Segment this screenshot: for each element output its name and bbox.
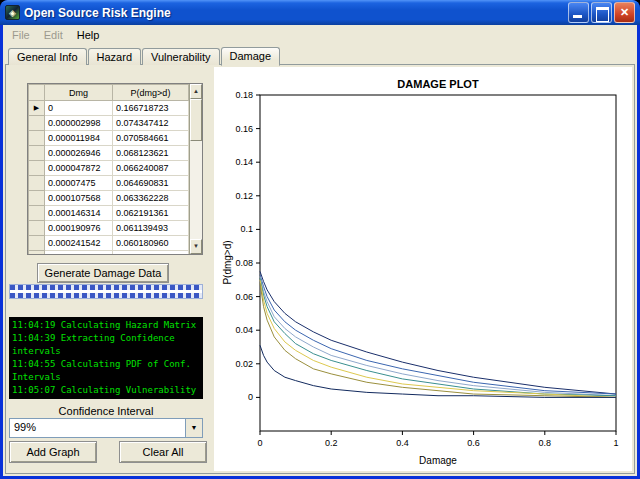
table-cell[interactable]: 0.000026946 <box>45 146 113 161</box>
svg-text:0.04: 0.04 <box>235 325 253 335</box>
table-row[interactable]: ▶00.166718723 <box>29 101 189 116</box>
table-cell[interactable]: 0.070584661 <box>113 131 189 146</box>
window-title: Open Source Risk Engine <box>24 6 566 20</box>
table-row[interactable]: 0.0000269460.068123621 <box>29 146 189 161</box>
row-selector-cell[interactable] <box>29 176 45 191</box>
svg-text:0.8: 0.8 <box>539 438 552 448</box>
app-icon: ◈ <box>5 5 20 20</box>
log-line: 11:04:55 Calculating PDF of Conf. Interv… <box>12 358 200 384</box>
grid-corner-cell <box>29 85 45 101</box>
table-row[interactable]: 0.0000029980.074347412 <box>29 116 189 131</box>
chart-y-axis-label: P(dmg>d) <box>222 208 233 318</box>
tab-hazard[interactable]: Hazard <box>88 48 141 65</box>
table-cell[interactable]: 0 <box>45 101 113 116</box>
damage-table-body: ▶00.1667187230.0000029980.0743474120.000… <box>29 101 189 256</box>
table-cell[interactable]: 0.063362228 <box>113 191 189 206</box>
column-header-dmg[interactable]: Dmg <box>45 85 113 101</box>
maximize-button[interactable] <box>591 2 612 23</box>
table-row[interactable]: 0.0002980.059297824 <box>29 251 189 256</box>
row-selector-cell[interactable] <box>29 116 45 131</box>
svg-text:0.08: 0.08 <box>235 258 253 268</box>
row-selector-cell[interactable] <box>29 221 45 236</box>
row-selector-cell[interactable] <box>29 191 45 206</box>
grid-scrollbar[interactable]: ▲ ▼ <box>189 84 202 254</box>
confidence-interval-combobox[interactable]: 99% ▼ <box>9 418 203 438</box>
table-cell[interactable]: 0.000146314 <box>45 206 113 221</box>
svg-text:0.02: 0.02 <box>235 359 253 369</box>
progress-bar <box>9 284 203 299</box>
svg-text:0.18: 0.18 <box>235 90 253 100</box>
menu-edit: Edit <box>37 27 70 43</box>
table-cell[interactable]: 0.000011984 <box>45 131 113 146</box>
damage-tab-page: Dmg P(dmg>d) ▶00.1667187230.0000029980.0… <box>5 64 635 474</box>
table-cell[interactable]: 0.068123621 <box>113 146 189 161</box>
clear-all-button[interactable]: Clear All <box>119 441 207 463</box>
log-line: 11:04:19 Calculating Hazard Matrix <box>12 319 200 332</box>
table-row[interactable]: 0.0001463140.062191361 <box>29 206 189 221</box>
add-graph-button[interactable]: Add Graph <box>9 441 97 463</box>
svg-text:0.12: 0.12 <box>235 191 253 201</box>
chevron-down-icon[interactable]: ▼ <box>185 419 202 437</box>
tab-general-info[interactable]: General Info <box>8 48 87 65</box>
table-cell[interactable]: 0.00007475 <box>45 176 113 191</box>
column-header-pdmg[interactable]: P(dmg>d) <box>113 85 189 101</box>
table-cell[interactable]: 0.061139493 <box>113 221 189 236</box>
row-selector-cell[interactable] <box>29 236 45 251</box>
minimize-button[interactable] <box>568 2 589 23</box>
svg-text:0.1: 0.1 <box>240 224 253 234</box>
table-cell[interactable]: 0.074347412 <box>113 116 189 131</box>
row-selector-cell[interactable] <box>29 131 45 146</box>
table-cell[interactable]: 0.060180960 <box>113 236 189 251</box>
scroll-up-icon[interactable]: ▲ <box>190 84 202 99</box>
svg-text:0: 0 <box>257 438 262 448</box>
row-selector-icon[interactable]: ▶ <box>29 101 45 116</box>
table-cell[interactable]: 0.000190976 <box>45 221 113 236</box>
table-row[interactable]: 0.0001909760.061139493 <box>29 221 189 236</box>
table-row[interactable]: 0.0001075680.063362228 <box>29 191 189 206</box>
log-console: 11:04:19 Calculating Hazard Matrix11:04:… <box>9 317 203 399</box>
table-cell[interactable]: 0.062191361 <box>113 206 189 221</box>
menu-help[interactable]: Help <box>70 27 107 43</box>
table-cell[interactable]: 0.064690831 <box>113 176 189 191</box>
damage-table: Dmg P(dmg>d) ▶00.1667187230.0000029980.0… <box>28 84 189 255</box>
svg-text:0.16: 0.16 <box>235 124 253 134</box>
table-cell[interactable]: 0.000241542 <box>45 236 113 251</box>
table-row[interactable]: 0.0000119840.070584661 <box>29 131 189 146</box>
svg-text:0.06: 0.06 <box>235 292 253 302</box>
table-row[interactable]: 0.0000478720.066240087 <box>29 161 189 176</box>
close-button[interactable]: ✕ <box>614 2 635 23</box>
scroll-down-icon[interactable]: ▼ <box>190 239 202 254</box>
svg-text:0.4: 0.4 <box>396 438 409 448</box>
menu-bar: File Edit Help <box>3 25 637 44</box>
svg-text:0.14: 0.14 <box>235 157 253 167</box>
generate-damage-data-button[interactable]: Generate Damage Data <box>37 263 169 283</box>
row-selector-cell[interactable] <box>29 146 45 161</box>
combobox-value: 99% <box>10 419 185 437</box>
chart-x-axis-label: Damage <box>260 455 616 466</box>
row-selector-cell[interactable] <box>29 206 45 221</box>
damage-data-grid[interactable]: Dmg P(dmg>d) ▶00.1667187230.0000029980.0… <box>27 83 203 255</box>
table-cell[interactable]: 0.059297824 <box>113 251 189 256</box>
damage-plot-panel: DAMAGE PLOT P(dmg>d) Damage 00.020.040.0… <box>214 67 632 471</box>
tab-vulnerability[interactable]: Vulnerability <box>142 48 220 65</box>
title-bar[interactable]: ◈ Open Source Risk Engine ✕ <box>0 0 640 25</box>
table-cell[interactable]: 0.000298 <box>45 251 113 256</box>
tab-damage[interactable]: Damage <box>221 47 281 66</box>
table-row[interactable]: 0.0002415420.060180960 <box>29 236 189 251</box>
client-area: File Edit Help General Info Hazard Vulne… <box>3 25 637 476</box>
table-row[interactable]: 0.000074750.064690831 <box>29 176 189 191</box>
scrollbar-thumb[interactable] <box>190 99 202 141</box>
scrollbar-track[interactable] <box>190 99 202 239</box>
table-cell[interactable]: 0.000002998 <box>45 116 113 131</box>
table-cell[interactable]: 0.000107568 <box>45 191 113 206</box>
table-cell[interactable]: 0.166718723 <box>113 101 189 116</box>
chart-title: DAMAGE PLOT <box>260 78 616 90</box>
row-selector-cell[interactable] <box>29 251 45 256</box>
svg-text:1: 1 <box>613 438 618 448</box>
table-cell[interactable]: 0.000047872 <box>45 161 113 176</box>
tab-strip: General Info Hazard Vulnerability Damage <box>8 46 281 65</box>
confidence-interval-label: Confidence Interval <box>9 405 203 417</box>
svg-text:0.2: 0.2 <box>325 438 338 448</box>
table-cell[interactable]: 0.066240087 <box>113 161 189 176</box>
row-selector-cell[interactable] <box>29 161 45 176</box>
